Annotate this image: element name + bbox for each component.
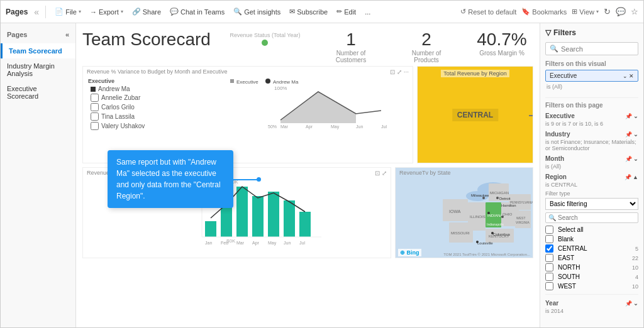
industry-filter-label[interactable]: Industry 📌 ⌄: [545, 129, 638, 139]
subscribe-button[interactable]: ✉ Subscribe: [287, 6, 330, 17]
insights-button[interactable]: 🔍 Get insights: [231, 6, 283, 17]
svg-text:Executive: Executive: [236, 79, 258, 85]
month-expand-icon[interactable]: ⌄: [633, 156, 638, 162]
charts-row-1: Revenue % Variance to Budget by Month an…: [82, 66, 533, 163]
exec-checkbox-1[interactable]: [91, 94, 99, 102]
chat-button[interactable]: 💬 Chat in Teams: [167, 6, 227, 17]
star-icon[interactable]: ☆: [631, 7, 638, 16]
funnel-icon[interactable]: ⊡: [390, 68, 395, 75]
executive-visual-value: is (All): [545, 84, 638, 92]
region-west-checkbox[interactable]: [545, 282, 553, 290]
exec-checkbox-2[interactable]: [91, 103, 99, 111]
svg-text:Jul: Jul: [299, 241, 305, 245]
svg-text:Mar: Mar: [280, 124, 289, 129]
exec-page-expand-icon[interactable]: ⌄: [633, 113, 638, 119]
month-filter-label[interactable]: Month 📌 ⌄: [545, 154, 638, 163]
svg-point-57: [476, 241, 479, 243]
filter-chip-clear-icon[interactable]: ✕: [629, 73, 634, 79]
filter-type-label: Filter type: [545, 190, 638, 197]
svg-text:MISSOURI: MISSOURI: [451, 231, 470, 235]
svg-text:Jun: Jun: [284, 241, 291, 245]
filter-type-select[interactable]: Basic filtering: [545, 198, 638, 210]
exec-page-pin-icon[interactable]: 📌: [625, 113, 632, 119]
year-filter-label[interactable]: Year 📌 ⌄: [545, 298, 638, 308]
callout-dot: [257, 177, 261, 182]
bookmarks-button[interactable]: 🔖 Bookmarks: [521, 8, 567, 16]
executive-visual-filter[interactable]: Executive ⌄ ✕: [545, 70, 638, 82]
map-credit: TOM 2021 ToolTrim © 2021 Microsoft Corpo…: [443, 253, 530, 256]
central-count: 5: [635, 246, 638, 252]
view-button[interactable]: ⊞ View ▾: [572, 8, 599, 16]
exec-checkbox-3[interactable]: [91, 112, 99, 121]
callout-line: [233, 179, 258, 180]
chart-filter-icons: ⊡ ⤢ ···: [390, 68, 409, 75]
sidebar-item-industry-margin[interactable]: Industry Margin Analysis: [1, 58, 75, 81]
filter-search-input[interactable]: [561, 45, 634, 53]
bookmarks-icon: 🔖: [521, 8, 530, 16]
filter-search-box[interactable]: 🔍: [545, 42, 638, 55]
region-filter-label[interactable]: Region 📌 ▲: [545, 172, 638, 182]
app-brand: Pages: [6, 8, 28, 16]
svg-text:WEST: WEST: [516, 216, 525, 220]
industry-pin-icon[interactable]: 📌: [625, 131, 632, 138]
svg-point-55: [491, 232, 494, 234]
sidebar-item-executive-scorecard[interactable]: Executive Scorecard: [1, 81, 75, 104]
bing-logo: ⊕ Bing: [398, 249, 421, 256]
edit-button[interactable]: ✏ Edit: [334, 6, 358, 17]
month-pin-icon[interactable]: 📌: [625, 156, 632, 162]
filters-visual-label: Filters on this visual: [545, 60, 638, 67]
year-pin-icon[interactable]: 📌: [625, 300, 632, 307]
divider-1: [545, 97, 638, 98]
region-chart-box: Total Revenue by Region CENTRAL: [417, 66, 533, 163]
more-button[interactable]: ...: [362, 7, 373, 17]
region-collapse-icon[interactable]: ▲: [633, 174, 638, 180]
sidebar-collapse-icon[interactable]: «: [65, 31, 69, 38]
report-title-block: Team Scorecard: [82, 30, 211, 53]
view-chevron-icon: ▾: [596, 9, 599, 14]
svg-text:Milwaukee: Milwaukee: [471, 194, 489, 197]
subscribe-icon: ✉: [289, 8, 295, 16]
region-east-checkbox[interactable]: [545, 254, 553, 262]
svg-text:Andrew Ma: Andrew Ma: [273, 79, 299, 85]
svg-text:MICHIGAN: MICHIGAN: [490, 191, 509, 195]
svg-text:Jul: Jul: [381, 124, 387, 129]
map-svg: IOWA ILLINOIS INDIANA OHIO MICHIGAN: [396, 168, 533, 258]
executive-page-filter-label[interactable]: Executive 📌 ⌄: [545, 111, 638, 121]
south-count: 4: [635, 274, 638, 280]
year-expand-icon[interactable]: ⌄: [633, 300, 638, 307]
year-value: is 2014: [545, 308, 638, 314]
svg-rect-15: [236, 187, 248, 237]
comment-icon[interactable]: 💬: [616, 7, 626, 16]
sidebar-item-team-scorecard[interactable]: Team Scorecard: [1, 43, 75, 58]
collapse-icon[interactable]: «: [34, 7, 39, 17]
toolbar-separator: [45, 6, 46, 18]
svg-rect-18: [284, 200, 295, 237]
focus-icon[interactable]: ⤢: [397, 68, 402, 75]
east-count: 22: [632, 255, 638, 261]
west-count: 10: [632, 283, 638, 290]
select-all-label[interactable]: Select all: [545, 226, 584, 234]
industry-expand-icon[interactable]: ⌄: [633, 131, 638, 138]
file-button[interactable]: 📄 File ▾: [52, 6, 84, 17]
svg-point-2: [265, 79, 270, 84]
region-pin-icon[interactable]: 📌: [625, 174, 631, 180]
region-central-checkbox[interactable]: [545, 244, 553, 253]
reset-button[interactable]: ↺ Reset to default: [460, 8, 516, 16]
select-all-checkbox[interactable]: [545, 226, 553, 234]
svg-point-53: [501, 216, 504, 218]
more-chart-icon[interactable]: ···: [404, 68, 409, 75]
region-south-checkbox[interactable]: [545, 273, 553, 281]
region-search-box[interactable]: 🔍: [545, 212, 638, 223]
filter-chip-expand-icon[interactable]: ⌄: [623, 73, 628, 79]
teams-icon: 💬: [170, 8, 179, 16]
export-button[interactable]: → Export ▾: [87, 7, 126, 17]
refresh-icon[interactable]: ↻: [604, 7, 611, 16]
share-button[interactable]: 🔗 Share: [130, 6, 164, 17]
region-search-input[interactable]: [558, 214, 635, 221]
region-blank-checkbox[interactable]: [545, 235, 553, 243]
svg-text:Feb: Feb: [221, 241, 228, 245]
callout-box: Same report but with "Andrew Ma" selecte…: [108, 150, 233, 208]
exec-checkbox-4[interactable]: [91, 122, 99, 130]
svg-rect-19: [299, 212, 311, 237]
region-north-checkbox[interactable]: [545, 263, 553, 271]
